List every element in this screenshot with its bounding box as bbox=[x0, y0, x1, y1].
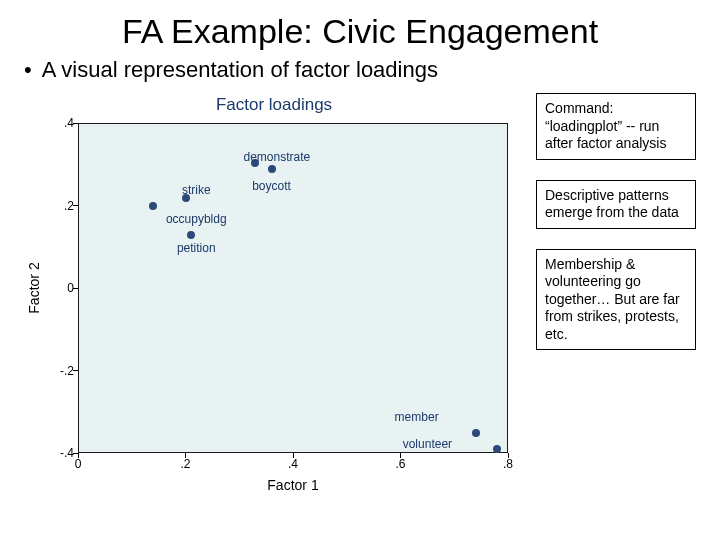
data-point bbox=[268, 165, 276, 173]
x-tick-label: .4 bbox=[288, 457, 298, 471]
data-point-label: boycott bbox=[252, 179, 291, 193]
chart-title: Factor loadings bbox=[24, 95, 524, 115]
data-point-label: member bbox=[395, 410, 439, 424]
y-tick-label: .4 bbox=[44, 116, 74, 130]
x-axis-label: Factor 1 bbox=[78, 477, 508, 493]
page-title: FA Example: Civic Engagement bbox=[0, 12, 720, 51]
plot-area bbox=[78, 123, 508, 453]
data-point bbox=[472, 429, 480, 437]
y-tick-label: -.2 bbox=[44, 364, 74, 378]
y-tick-label: .2 bbox=[44, 199, 74, 213]
side-notes: Command: “loadingplot” -- run after fact… bbox=[536, 89, 696, 499]
bullet-item: • A visual representation of factor load… bbox=[24, 57, 720, 83]
x-tick-label: 0 bbox=[75, 457, 82, 471]
x-tick-label: .6 bbox=[395, 457, 405, 471]
data-point-label: demonstrate bbox=[244, 150, 311, 164]
note-box-patterns: Descriptive patterns emerge from the dat… bbox=[536, 180, 696, 229]
data-point bbox=[493, 445, 501, 453]
content-row: Factor loadings Factor 1 Factor 2 0.2.4.… bbox=[0, 89, 720, 509]
bullet-text: A visual representation of factor loadin… bbox=[42, 57, 438, 83]
note-box-command: Command: “loadingplot” -- run after fact… bbox=[536, 93, 696, 160]
x-tick-label: .8 bbox=[503, 457, 513, 471]
data-point bbox=[149, 202, 157, 210]
data-point-label: occupybldg bbox=[166, 212, 227, 226]
data-point-label: volunteer bbox=[403, 437, 452, 451]
loadingplot-chart: Factor loadings Factor 1 Factor 2 0.2.4.… bbox=[24, 89, 524, 499]
y-axis-label: Factor 2 bbox=[26, 123, 42, 453]
data-point-label: strike bbox=[182, 183, 211, 197]
y-tick-label: 0 bbox=[44, 281, 74, 295]
bullet-dot-icon: • bbox=[24, 57, 32, 83]
note-box-interpretation: Membership & volunteering go together… B… bbox=[536, 249, 696, 351]
x-tick-label: .2 bbox=[180, 457, 190, 471]
data-point-label: petition bbox=[177, 241, 216, 255]
data-point bbox=[187, 231, 195, 239]
y-tick-label: -.4 bbox=[44, 446, 74, 460]
